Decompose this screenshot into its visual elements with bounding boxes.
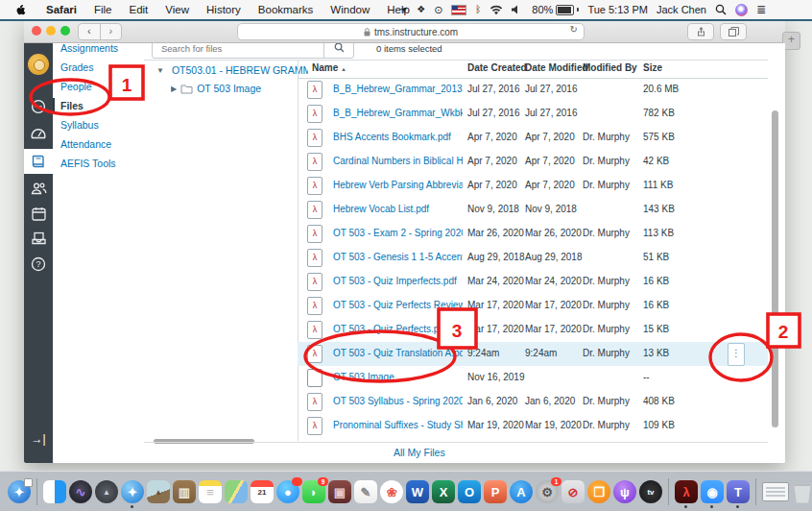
dropbox-icon[interactable]: ❖ (417, 0, 425, 19)
column-date-modified[interactable]: Date Modified (525, 62, 588, 73)
all-my-files-link[interactable]: All My Files (394, 447, 445, 458)
outlook-icon[interactable]: O (458, 480, 481, 503)
file-name-link[interactable]: OT 503 Image (333, 372, 394, 382)
tab-overview-button[interactable] (720, 23, 747, 40)
time-machine-icon[interactable]: ⊙ (434, 0, 442, 19)
sidebar-item-files[interactable]: Files (53, 98, 144, 113)
menu-item-window[interactable]: Window (322, 4, 378, 15)
sidebar-item-aefis-tools[interactable]: AEFIS Tools (53, 156, 144, 171)
minimize-window-button[interactable] (46, 26, 56, 36)
apple-menu-icon[interactable] (15, 3, 26, 17)
battery-indicator[interactable]: 80% (532, 4, 579, 15)
volume-icon[interactable] (512, 5, 523, 14)
column-modified-by[interactable]: Modified By (583, 62, 637, 73)
file-name-link[interactable]: OT 503 - Quiz Perfects Review.pdf (333, 300, 463, 310)
powerpoint-icon[interactable]: P (484, 480, 507, 503)
user-menu[interactable]: Jack Chen (657, 4, 706, 15)
safari-alt-icon[interactable]: ✦ (8, 480, 31, 503)
menu-item-edit[interactable]: Edit (121, 4, 157, 15)
table-row[interactable]: OT 503 ImageNov 16, 2019-- (298, 366, 768, 390)
photos-icon[interactable]: ❀ (380, 480, 403, 503)
file-name-link[interactable]: OT 503 - Quiz Translation A.pdf (333, 348, 463, 358)
excel-icon[interactable]: X (432, 480, 455, 503)
sidebar-item-grades[interactable]: Grades (53, 60, 144, 75)
wifi-icon[interactable] (490, 5, 503, 15)
share-button[interactable] (687, 23, 714, 40)
calendar-icon[interactable] (24, 207, 53, 221)
inbox-icon[interactable] (24, 231, 53, 245)
files-search-box[interactable] (152, 43, 325, 59)
back-button[interactable]: ‹ (79, 24, 101, 39)
launchpad-icon[interactable]: ▲ (95, 480, 118, 503)
groups-icon[interactable] (24, 182, 53, 195)
calendar-icon[interactable]: 21 (251, 480, 274, 503)
sidebar-item-people[interactable]: People (53, 79, 144, 94)
table-vertical-scrollbar[interactable] (772, 110, 778, 427)
file-name-link[interactable]: OT 503 Syllabus - Spring 2020.pdf (333, 396, 463, 406)
input-source-flag-icon[interactable] (451, 5, 466, 15)
table-row[interactable]: λHebrew Vocab List.pdfNov 9, 2018Nov 9, … (298, 198, 768, 222)
file-name-link[interactable]: Cardinal Numbers in Biblical Hebrew.pdf (333, 156, 463, 166)
table-row[interactable]: λOT 503 - Quiz Imperfects.pdfMar 24, 202… (298, 270, 768, 294)
menu-item-safari[interactable]: Safari (37, 4, 85, 15)
file-name-link[interactable]: OT 503 - Quiz Imperfects.pdf (333, 276, 457, 286)
contacts-icon[interactable]: ▥ (173, 480, 196, 503)
table-row[interactable]: λPronominal Suffixes - Study Sheet.pdfMa… (298, 414, 768, 438)
kebab-menu-button[interactable]: ⋮ (728, 343, 745, 366)
menu-item-file[interactable]: File (85, 4, 121, 15)
table-row[interactable]: λOT 503 - Quiz Perfects Review.pdfMar 17… (298, 294, 768, 318)
column-date-created[interactable]: Date Created (467, 62, 527, 73)
institution-logo-icon[interactable] (28, 54, 49, 75)
courses-icon[interactable] (24, 154, 53, 169)
sidebar-item-syllabus[interactable]: Syllabus (53, 117, 144, 133)
maps-icon[interactable] (225, 480, 248, 503)
table-row[interactable]: λHebrew Verb Parsing Abbreviations Guid.… (298, 174, 768, 198)
sidebar-item-assignments[interactable]: Assignments (53, 43, 144, 56)
messages-icon[interactable]: ● (276, 480, 299, 503)
account-icon[interactable] (24, 99, 53, 114)
zoom-icon[interactable]: ◉ (701, 480, 724, 503)
photo-booth-icon[interactable]: ▣ (328, 480, 351, 503)
menu-item-view[interactable]: View (156, 4, 198, 15)
file-name-link[interactable]: Hebrew Verb Parsing Abbreviations Guid..… (333, 180, 463, 190)
table-row[interactable]: λB_B_Hebrew_Grammar_2013.pdfJul 27, 2016… (298, 78, 768, 102)
menu-item-history[interactable]: History (198, 4, 250, 15)
teams-icon[interactable]: T (727, 480, 750, 503)
table-row[interactable]: λOT 503 - Exam 2 - Spring 2020.pdfMar 26… (298, 222, 768, 246)
sidebar-item-attendance[interactable]: Attendance (53, 136, 144, 152)
finder-icon[interactable] (43, 480, 66, 503)
trash-icon[interactable] (792, 480, 812, 503)
file-name-link[interactable]: Pronominal Suffixes - Study Sheet.pdf (333, 420, 463, 430)
word-icon[interactable]: W (406, 480, 429, 503)
file-name-link[interactable]: OT 503 - Quiz Perfects.pdf (333, 324, 447, 334)
podcasts-icon[interactable]: ψ (613, 480, 636, 503)
table-row[interactable]: λOT 503 - Quiz Perfects.pdfMar 17, 2020M… (298, 318, 768, 342)
menu-item-bookmarks[interactable]: Bookmarks (250, 4, 322, 15)
address-bar[interactable]: tms.instructure.com ↻ (237, 23, 585, 40)
file-name-link[interactable]: B_B_Hebrew_Grammar_Wkbk_Full.pdf (333, 108, 463, 118)
column-size[interactable]: Size (643, 62, 662, 73)
zoom-window-button[interactable] (60, 26, 70, 36)
forward-button[interactable]: › (101, 24, 122, 39)
tree-item-1[interactable]: ▼OT503.01 - HEBREW GRAMMAR (156, 64, 308, 76)
system-preferences-icon[interactable]: ⚙1 (536, 480, 559, 503)
blocked-app-icon[interactable]: ⊘ (561, 480, 585, 503)
column-name[interactable]: Name ▲ (312, 62, 346, 73)
file-name-link[interactable]: OT 503 - Exam 2 - Spring 2020.pdf (333, 228, 463, 238)
siri-icon[interactable] (735, 4, 748, 16)
table-row[interactable]: λCardinal Numbers in Biblical Hebrew.pdf… (298, 150, 768, 174)
safari-icon[interactable]: ✦ (121, 480, 144, 503)
preview-icon[interactable]: ▲ (147, 480, 170, 503)
file-name-link[interactable]: BHS Accents Bookmark.pdf (333, 132, 451, 142)
spotlight-icon[interactable] (715, 4, 727, 15)
table-row[interactable]: λOT 503 - Quiz Translation A.pdf9:24am9:… (298, 342, 768, 366)
apple-tv-icon[interactable]: tv (639, 480, 662, 503)
acrobat-icon[interactable]: λ (675, 480, 698, 503)
notes-icon[interactable]: ≡ (199, 480, 222, 503)
close-window-button[interactable] (32, 26, 41, 36)
facetime-icon[interactable]: ◗9 (302, 480, 325, 503)
search-input[interactable] (159, 43, 317, 55)
expand-nav-arrow[interactable]: →| (24, 432, 53, 446)
dock-minimized-window[interactable] (762, 482, 789, 501)
app-store-icon[interactable]: A (510, 480, 533, 503)
